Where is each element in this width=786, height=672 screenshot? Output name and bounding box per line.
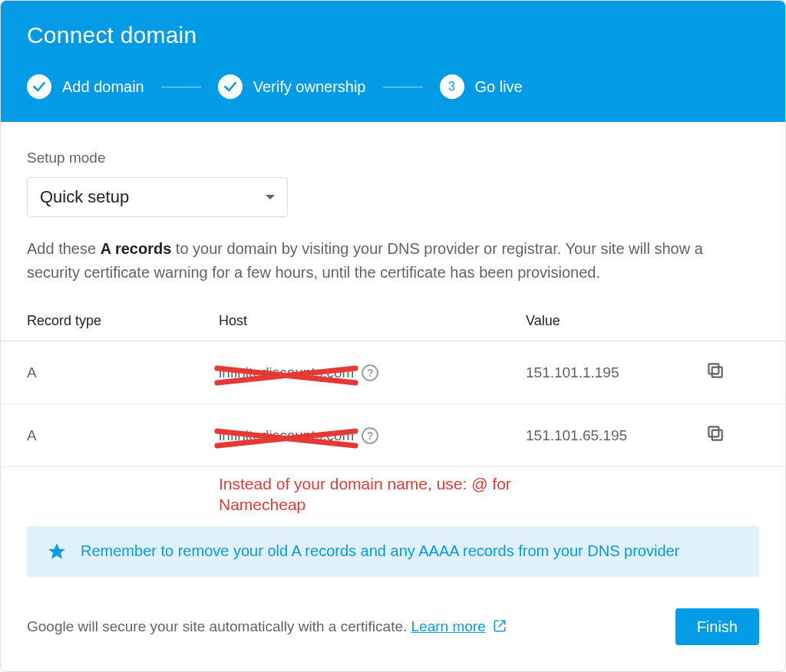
svg-rect-2 — [712, 430, 722, 440]
cell-host: infinitediscounts.com ? — [219, 423, 526, 449]
stepper: Add domain Verify ownership 3 Go live — [27, 74, 759, 99]
learn-more-link[interactable]: Learn more — [411, 618, 486, 634]
connect-domain-panel: Connect domain Add domain Verify ownersh… — [0, 0, 786, 672]
panel-footer: Google will secure your site automatical… — [1, 587, 785, 671]
instructions-text: Add these A records to your domain by vi… — [27, 237, 759, 285]
step-connector — [383, 87, 423, 87]
finish-button[interactable]: Finish — [675, 608, 759, 645]
dns-records-table: Record type Host Value A infinitediscoun… — [1, 301, 785, 467]
footer-text: Google will secure your site automatical… — [27, 618, 507, 635]
table-header: Record type Host Value — [1, 301, 785, 341]
panel-header: Connect domain Add domain Verify ownersh… — [1, 1, 785, 122]
svg-rect-3 — [708, 427, 718, 436]
star-icon — [47, 542, 67, 562]
step-verify-ownership[interactable]: Verify ownership — [218, 74, 366, 99]
reminder-text: Remember to remove your old A records an… — [81, 542, 679, 560]
chevron-down-icon — [266, 195, 275, 199]
step-add-domain[interactable]: Add domain — [27, 74, 144, 99]
check-icon — [218, 74, 243, 99]
help-icon[interactable]: ? — [362, 364, 378, 381]
cell-value: 151.101.65.195 — [526, 427, 705, 444]
setup-mode-select[interactable]: Quick setup — [27, 177, 288, 217]
col-value: Value — [526, 313, 705, 329]
step-go-live[interactable]: 3 Go live — [440, 74, 523, 99]
setup-mode-value: Quick setup — [40, 187, 129, 207]
cell-host: infinitediscounts.com ? — [219, 360, 526, 386]
copy-icon[interactable] — [705, 423, 725, 443]
table-row: A infinitediscounts.com ? 151.101.65.195 — [1, 404, 785, 467]
cell-record-type: A — [27, 364, 219, 381]
step-label: Verify ownership — [253, 78, 366, 96]
user-annotation: Instead of your domain name, use: @ for … — [219, 473, 541, 516]
reminder-banner: Remember to remove your old A records an… — [27, 526, 759, 577]
step-number-icon: 3 — [440, 74, 464, 99]
col-record-type: Record type — [27, 313, 219, 329]
panel-body: Setup mode Quick setup Add these A recor… — [1, 122, 785, 671]
step-connector — [161, 87, 201, 87]
cell-value: 151.101.1.195 — [526, 364, 705, 381]
table-row: A infinitediscounts.com ? 151.101.1.195 — [1, 341, 785, 404]
step-label: Add domain — [62, 78, 144, 96]
cell-record-type: A — [27, 427, 219, 444]
copy-icon[interactable] — [705, 361, 725, 380]
svg-rect-0 — [712, 367, 722, 377]
step-label: Go live — [475, 78, 523, 96]
host-value-redacted: infinitediscounts.com — [219, 423, 354, 449]
setup-mode-label: Setup mode — [27, 150, 759, 166]
check-icon — [27, 74, 51, 99]
external-link-icon — [493, 619, 507, 633]
help-icon[interactable]: ? — [362, 427, 378, 444]
host-value-redacted: infinitediscounts.com — [219, 360, 354, 386]
col-host: Host — [219, 313, 526, 329]
panel-title: Connect domain — [27, 22, 759, 48]
svg-marker-4 — [48, 543, 65, 559]
svg-rect-1 — [708, 364, 718, 374]
